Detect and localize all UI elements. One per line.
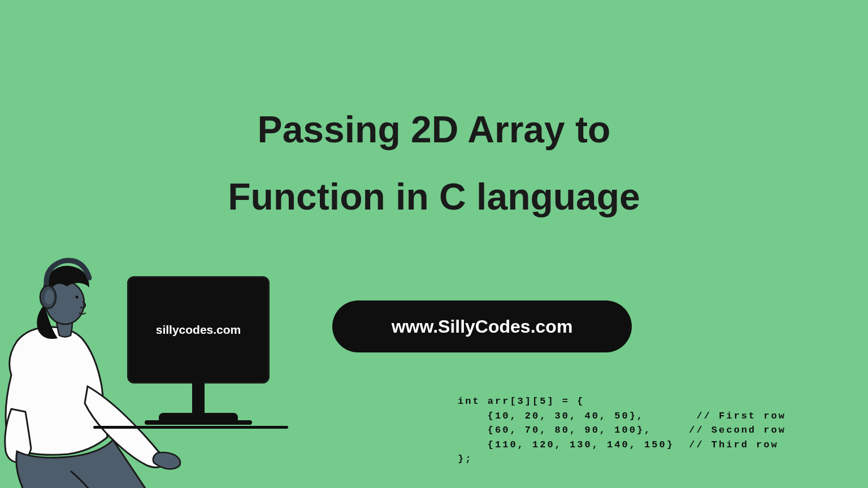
svg-point-1: [76, 296, 79, 299]
svg-point-3: [45, 290, 54, 304]
monitor: sillycodes.com: [127, 276, 270, 429]
monitor-stand-neck: [192, 382, 205, 415]
screen-text: sillycodes.com: [156, 323, 241, 337]
code-line-5: };: [458, 454, 472, 464]
monitor-screen: sillycodes.com: [127, 276, 270, 384]
main-title: Passing 2D Array to Function in C langua…: [0, 96, 868, 230]
monitor-stand-foot: [145, 420, 252, 425]
pill-text: www.SillyCodes.com: [392, 316, 573, 337]
title-line-1: Passing 2D Array to: [258, 108, 611, 150]
code-line-3: {60, 70, 80, 90, 100}, // Second row: [458, 425, 786, 435]
title-line-2: Function in C language: [228, 176, 640, 217]
website-pill: www.SillyCodes.com: [332, 300, 632, 352]
code-line-1: int arr[3][5] = {: [458, 396, 584, 407]
code-line-2: {10, 20, 30, 40, 50}, // First row: [458, 411, 786, 421]
illustration-person: sillycodes.com: [0, 234, 288, 488]
code-snippet: int arr[3][5] = { {10, 20, 30, 40, 50}, …: [458, 394, 786, 467]
code-line-4: {110, 120, 130, 140, 150} // Third row: [458, 439, 779, 450]
desk-line: [93, 426, 288, 429]
